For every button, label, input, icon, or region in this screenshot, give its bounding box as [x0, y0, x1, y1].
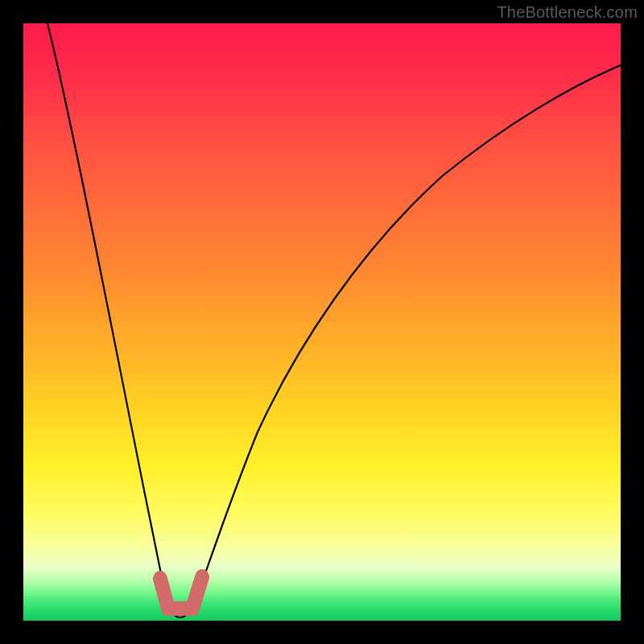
- bottleneck-curve-path: [47, 23, 621, 617]
- bottleneck-chart-svg: [23, 23, 621, 621]
- near-optimal-dot-left: [154, 571, 167, 584]
- near-optimal-dot-right: [196, 569, 208, 582]
- near-optimal-marker: [160, 577, 202, 609]
- chart-plot-area: [23, 23, 621, 621]
- watermark-text: TheBottleneck.com: [497, 3, 638, 22]
